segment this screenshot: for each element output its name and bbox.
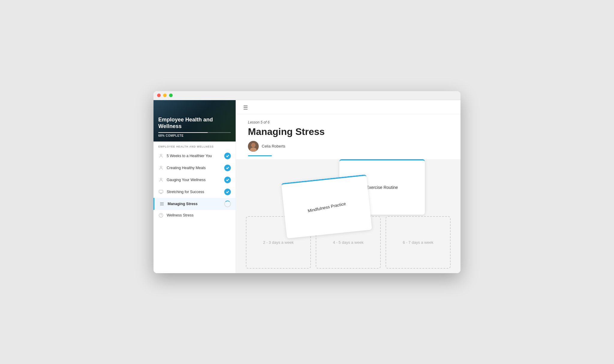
svg-point-14 — [252, 143, 255, 147]
check-badge-2 — [224, 165, 231, 171]
question-icon — [158, 213, 164, 218]
sidebar-item-label: Gauging Your Wellness — [167, 178, 221, 182]
sidebar-item-label: Stretching for Success — [167, 190, 221, 194]
mindfulness-card-label: Mindfulness Practice — [307, 201, 346, 213]
monitor-icon — [158, 189, 164, 195]
fullscreen-button[interactable] — [169, 94, 173, 97]
sidebar-hero-title: Employee Health and Wellness — [158, 117, 231, 130]
titlebar — [154, 91, 460, 100]
app-window: Employee Health and Wellness 68% COMPLET… — [154, 91, 460, 273]
close-button[interactable] — [157, 94, 161, 97]
app-body: Employee Health and Wellness 68% COMPLET… — [154, 100, 460, 273]
drop-zone-2-label: 4 - 5 days a week — [333, 240, 364, 245]
accent-line — [248, 155, 272, 156]
sidebar-item-stretching[interactable]: Stretching for Success — [154, 186, 236, 198]
lesson-area: Lesson 5 of 6 Managing Stress Celia Robe… — [236, 114, 460, 159]
mindfulness-card[interactable]: Mindfulness Practice — [281, 174, 372, 238]
exercise-card-label: Exercise Routine — [366, 185, 398, 190]
sidebar-item-wellness-stress[interactable]: Wellness Stress — [154, 210, 236, 221]
lines-icon — [159, 201, 165, 207]
spinner-badge — [224, 201, 231, 207]
main-content: ☰ Lesson 5 of 6 Managing Stress — [236, 100, 460, 273]
progress-bar-container: 68% COMPLETE — [158, 132, 231, 137]
svg-point-2 — [160, 178, 162, 180]
drop-zone-3-label: 6 - 7 days a week — [403, 240, 434, 245]
sidebar-item-gauging[interactable]: Gauging Your Wellness — [154, 174, 236, 186]
person-icon-3 — [158, 177, 164, 183]
sidebar-item-label: Creating Healthy Meals — [167, 166, 221, 170]
sidebar-item-label: Wellness Stress — [167, 213, 231, 217]
instructor-name: Celia Roberts — [262, 144, 285, 148]
check-badge-3 — [224, 177, 231, 183]
sidebar-item-managing-stress[interactable]: Managing Stress — [154, 198, 236, 210]
instructor-row: Celia Roberts — [248, 141, 449, 152]
sidebar-section-label: EMPLOYEE HEALTH AND WELLNESS — [154, 142, 236, 150]
svg-rect-3 — [159, 190, 163, 193]
svg-point-9 — [159, 213, 163, 217]
lesson-title: Managing Stress — [248, 126, 449, 137]
sidebar-item-creating-meals[interactable]: Creating Healthy Meals — [154, 162, 236, 174]
sidebar-item-5-weeks[interactable]: 5 Weeks to a Healthier You — [154, 150, 236, 162]
check-badge-4 — [224, 189, 231, 195]
drop-zone-3[interactable]: 6 - 7 days a week — [386, 216, 451, 269]
person-icon-2 — [158, 165, 164, 171]
progress-bar-fill — [158, 132, 208, 133]
lesson-meta: Lesson 5 of 6 — [248, 120, 449, 124]
top-bar: ☰ — [236, 100, 460, 114]
progress-bar-track — [158, 132, 231, 133]
sidebar-item-label: 5 Weeks to a Healthier You — [167, 154, 221, 158]
avatar — [248, 141, 259, 152]
sidebar: Employee Health and Wellness 68% COMPLET… — [154, 100, 236, 273]
minimize-button[interactable] — [163, 94, 167, 97]
drag-area: Exercise Routine Mindfulness Practice 2 … — [236, 159, 460, 273]
sidebar-item-label: Managing Stress — [168, 202, 221, 206]
hamburger-icon[interactable]: ☰ — [243, 104, 248, 111]
person-icon — [158, 153, 164, 159]
drop-zone-1-label: 2 - 3 days a week — [263, 240, 294, 245]
svg-point-0 — [160, 154, 162, 156]
sidebar-hero: Employee Health and Wellness 68% COMPLET… — [154, 100, 236, 142]
svg-point-1 — [160, 166, 162, 168]
progress-label: 68% COMPLETE — [158, 134, 231, 137]
check-badge — [224, 153, 231, 159]
